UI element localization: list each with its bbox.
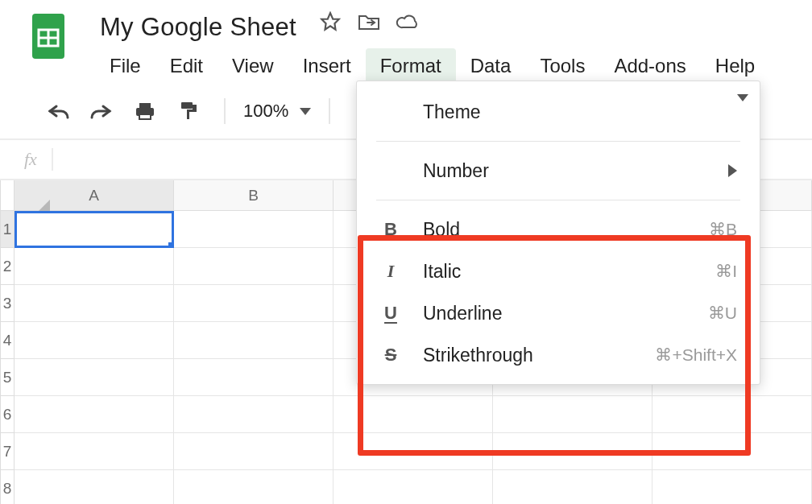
move-icon[interactable] <box>357 10 381 34</box>
cell[interactable] <box>493 470 652 504</box>
menu-item-label: Bold <box>423 219 709 241</box>
row-header[interactable]: 8 <box>0 470 14 504</box>
cell[interactable] <box>14 359 174 396</box>
cell[interactable] <box>334 396 493 433</box>
menu-item-number[interactable]: Number <box>357 150 760 192</box>
print-button[interactable] <box>127 93 163 129</box>
menu-help[interactable]: Help <box>701 48 769 84</box>
row-header[interactable]: 5 <box>0 359 14 396</box>
zoom-select[interactable]: 100% <box>243 101 311 122</box>
row-header[interactable]: 2 <box>0 248 14 285</box>
cell[interactable] <box>334 470 493 504</box>
cell[interactable] <box>174 322 334 359</box>
menu-item-label: Italic <box>423 261 715 283</box>
menu-item-label: Theme <box>423 101 737 123</box>
cell[interactable] <box>493 396 652 433</box>
italic-icon: I <box>375 261 407 282</box>
menu-item-italic[interactable]: I Italic ⌘I <box>357 250 760 292</box>
cell[interactable] <box>14 396 174 433</box>
cell[interactable] <box>174 248 334 285</box>
menu-data[interactable]: Data <box>456 48 526 84</box>
svg-rect-7 <box>139 114 151 119</box>
paint-format-button[interactable] <box>171 93 206 129</box>
menu-item-strikethrough[interactable]: S Strikethrough ⌘+Shift+X <box>357 334 760 376</box>
cloud-status-icon[interactable] <box>396 10 420 34</box>
menu-item-theme[interactable]: Theme <box>357 91 760 133</box>
menu-format[interactable]: Format <box>366 48 456 84</box>
svg-rect-5 <box>139 103 151 108</box>
menu-edit[interactable]: Edit <box>155 48 218 84</box>
row-header[interactable]: 1 <box>0 211 14 248</box>
shortcut-label: ⌘I <box>715 262 737 281</box>
cell[interactable] <box>14 285 174 322</box>
document-title[interactable]: My Google Sheet <box>100 8 296 42</box>
cell[interactable] <box>174 211 334 248</box>
cell[interactable] <box>14 470 174 504</box>
caret-down-icon <box>300 108 311 115</box>
sheets-logo[interactable] <box>27 8 69 64</box>
cell[interactable] <box>14 433 174 470</box>
shortcut-label: ⌘U <box>708 304 737 323</box>
star-icon[interactable] <box>318 10 342 34</box>
menu-add-ons[interactable]: Add-ons <box>599 48 700 84</box>
cell[interactable] <box>652 396 812 433</box>
menu-item-bold[interactable]: B Bold ⌘B <box>357 209 760 250</box>
cell[interactable] <box>14 248 174 285</box>
column-header[interactable]: B <box>174 180 334 211</box>
cell[interactable] <box>334 433 493 470</box>
row-header[interactable]: 7 <box>0 433 14 470</box>
menu-insert[interactable]: Insert <box>288 48 366 84</box>
zoom-value: 100% <box>243 101 288 122</box>
redo-button[interactable] <box>84 93 119 129</box>
cell[interactable] <box>14 211 174 248</box>
cell[interactable] <box>174 359 334 396</box>
menu-item-label: Underline <box>423 303 708 324</box>
row-header[interactable]: 4 <box>0 322 14 359</box>
cell[interactable] <box>174 470 334 504</box>
row-header[interactable]: 3 <box>0 285 14 322</box>
cell[interactable] <box>652 433 812 470</box>
shortcut-label: ⌘+Shift+X <box>655 345 737 365</box>
menu-item-label: Strikethrough <box>423 345 655 366</box>
format-menu-dropdown: Theme Number B Bold ⌘B I Italic ⌘I U Und… <box>356 81 760 385</box>
cell[interactable] <box>14 322 174 359</box>
cell[interactable] <box>174 285 334 322</box>
underline-icon: U <box>375 303 407 324</box>
undo-button[interactable] <box>40 93 76 129</box>
bold-icon: B <box>375 219 407 240</box>
menu-file[interactable]: File <box>95 48 155 84</box>
select-all-corner[interactable] <box>0 180 14 211</box>
strikethrough-icon: S <box>375 345 407 366</box>
menu-item-label: Number <box>423 160 728 182</box>
menubar: FileEditViewInsertFormatDataToolsAdd-ons… <box>95 48 769 84</box>
row-header[interactable]: 6 <box>0 396 14 433</box>
cell[interactable] <box>174 396 334 433</box>
shortcut-label: ⌘B <box>709 220 737 239</box>
submenu-arrow-icon <box>728 164 737 177</box>
menu-item-underline[interactable]: U Underline ⌘U <box>357 292 760 334</box>
svg-marker-4 <box>321 13 339 30</box>
svg-rect-8 <box>181 102 193 109</box>
menu-view[interactable]: View <box>218 48 288 84</box>
menu-tools[interactable]: Tools <box>525 48 599 84</box>
cell[interactable] <box>652 470 812 504</box>
cell[interactable] <box>493 433 652 470</box>
fx-label: fx <box>10 149 52 170</box>
cell[interactable] <box>174 433 334 470</box>
